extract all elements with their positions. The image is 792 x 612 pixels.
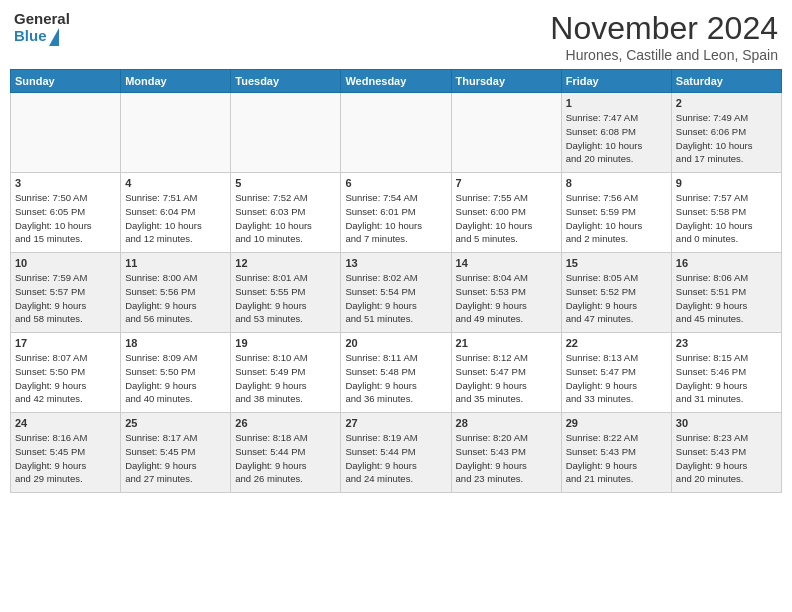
day-info: Sunrise: 8:11 AMSunset: 5:48 PMDaylight:… xyxy=(345,351,446,406)
day-number: 23 xyxy=(676,337,777,349)
day-info: Sunrise: 7:59 AMSunset: 5:57 PMDaylight:… xyxy=(15,271,116,326)
location-title: Hurones, Castille and Leon, Spain xyxy=(550,47,778,63)
calendar-cell: 13Sunrise: 8:02 AMSunset: 5:54 PMDayligh… xyxy=(341,253,451,333)
day-number: 1 xyxy=(566,97,667,109)
calendar-cell: 29Sunrise: 8:22 AMSunset: 5:43 PMDayligh… xyxy=(561,413,671,493)
calendar-cell xyxy=(451,93,561,173)
day-info: Sunrise: 8:09 AMSunset: 5:50 PMDaylight:… xyxy=(125,351,226,406)
day-number: 12 xyxy=(235,257,336,269)
calendar-cell: 26Sunrise: 8:18 AMSunset: 5:44 PMDayligh… xyxy=(231,413,341,493)
day-number: 6 xyxy=(345,177,446,189)
calendar-cell: 5Sunrise: 7:52 AMSunset: 6:03 PMDaylight… xyxy=(231,173,341,253)
calendar-cell: 7Sunrise: 7:55 AMSunset: 6:00 PMDaylight… xyxy=(451,173,561,253)
day-info: Sunrise: 8:10 AMSunset: 5:49 PMDaylight:… xyxy=(235,351,336,406)
day-number: 20 xyxy=(345,337,446,349)
logo-text-blue: Blue xyxy=(14,28,47,45)
calendar-cell: 10Sunrise: 7:59 AMSunset: 5:57 PMDayligh… xyxy=(11,253,121,333)
calendar-header-monday: Monday xyxy=(121,70,231,93)
day-info: Sunrise: 7:55 AMSunset: 6:00 PMDaylight:… xyxy=(456,191,557,246)
day-number: 13 xyxy=(345,257,446,269)
day-info: Sunrise: 7:56 AMSunset: 5:59 PMDaylight:… xyxy=(566,191,667,246)
day-info: Sunrise: 7:49 AMSunset: 6:06 PMDaylight:… xyxy=(676,111,777,166)
day-number: 28 xyxy=(456,417,557,429)
day-info: Sunrise: 7:51 AMSunset: 6:04 PMDaylight:… xyxy=(125,191,226,246)
day-info: Sunrise: 7:54 AMSunset: 6:01 PMDaylight:… xyxy=(345,191,446,246)
day-info: Sunrise: 8:05 AMSunset: 5:52 PMDaylight:… xyxy=(566,271,667,326)
calendar-cell: 9Sunrise: 7:57 AMSunset: 5:58 PMDaylight… xyxy=(671,173,781,253)
day-info: Sunrise: 8:23 AMSunset: 5:43 PMDaylight:… xyxy=(676,431,777,486)
title-block: November 2024 Hurones, Castille and Leon… xyxy=(550,10,778,63)
day-info: Sunrise: 8:00 AMSunset: 5:56 PMDaylight:… xyxy=(125,271,226,326)
calendar-header-tuesday: Tuesday xyxy=(231,70,341,93)
calendar-cell: 24Sunrise: 8:16 AMSunset: 5:45 PMDayligh… xyxy=(11,413,121,493)
calendar-cell: 21Sunrise: 8:12 AMSunset: 5:47 PMDayligh… xyxy=(451,333,561,413)
calendar-header-thursday: Thursday xyxy=(451,70,561,93)
calendar-cell: 2Sunrise: 7:49 AMSunset: 6:06 PMDaylight… xyxy=(671,93,781,173)
day-info: Sunrise: 7:47 AMSunset: 6:08 PMDaylight:… xyxy=(566,111,667,166)
calendar-header-row: SundayMondayTuesdayWednesdayThursdayFrid… xyxy=(11,70,782,93)
calendar-cell xyxy=(231,93,341,173)
calendar-cell: 17Sunrise: 8:07 AMSunset: 5:50 PMDayligh… xyxy=(11,333,121,413)
day-number: 10 xyxy=(15,257,116,269)
day-number: 9 xyxy=(676,177,777,189)
day-number: 25 xyxy=(125,417,226,429)
calendar-cell: 12Sunrise: 8:01 AMSunset: 5:55 PMDayligh… xyxy=(231,253,341,333)
calendar-cell: 19Sunrise: 8:10 AMSunset: 5:49 PMDayligh… xyxy=(231,333,341,413)
calendar-cell: 20Sunrise: 8:11 AMSunset: 5:48 PMDayligh… xyxy=(341,333,451,413)
calendar-header-friday: Friday xyxy=(561,70,671,93)
day-number: 5 xyxy=(235,177,336,189)
day-info: Sunrise: 8:02 AMSunset: 5:54 PMDaylight:… xyxy=(345,271,446,326)
calendar-cell: 23Sunrise: 8:15 AMSunset: 5:46 PMDayligh… xyxy=(671,333,781,413)
day-number: 2 xyxy=(676,97,777,109)
day-info: Sunrise: 8:20 AMSunset: 5:43 PMDaylight:… xyxy=(456,431,557,486)
calendar-cell xyxy=(11,93,121,173)
day-number: 7 xyxy=(456,177,557,189)
day-info: Sunrise: 8:18 AMSunset: 5:44 PMDaylight:… xyxy=(235,431,336,486)
day-number: 14 xyxy=(456,257,557,269)
calendar-cell: 22Sunrise: 8:13 AMSunset: 5:47 PMDayligh… xyxy=(561,333,671,413)
logo-triangle-icon xyxy=(49,28,59,46)
calendar-table: SundayMondayTuesdayWednesdayThursdayFrid… xyxy=(10,69,782,493)
calendar-cell: 4Sunrise: 7:51 AMSunset: 6:04 PMDaylight… xyxy=(121,173,231,253)
calendar-header-saturday: Saturday xyxy=(671,70,781,93)
day-number: 29 xyxy=(566,417,667,429)
calendar-cell xyxy=(341,93,451,173)
day-info: Sunrise: 8:12 AMSunset: 5:47 PMDaylight:… xyxy=(456,351,557,406)
day-number: 22 xyxy=(566,337,667,349)
day-info: Sunrise: 8:19 AMSunset: 5:44 PMDaylight:… xyxy=(345,431,446,486)
day-number: 26 xyxy=(235,417,336,429)
day-number: 27 xyxy=(345,417,446,429)
calendar-cell: 8Sunrise: 7:56 AMSunset: 5:59 PMDaylight… xyxy=(561,173,671,253)
calendar-header-sunday: Sunday xyxy=(11,70,121,93)
day-number: 11 xyxy=(125,257,226,269)
calendar-cell: 3Sunrise: 7:50 AMSunset: 6:05 PMDaylight… xyxy=(11,173,121,253)
calendar-week-row: 17Sunrise: 8:07 AMSunset: 5:50 PMDayligh… xyxy=(11,333,782,413)
calendar-week-row: 1Sunrise: 7:47 AMSunset: 6:08 PMDaylight… xyxy=(11,93,782,173)
day-number: 24 xyxy=(15,417,116,429)
calendar-cell: 14Sunrise: 8:04 AMSunset: 5:53 PMDayligh… xyxy=(451,253,561,333)
day-info: Sunrise: 8:07 AMSunset: 5:50 PMDaylight:… xyxy=(15,351,116,406)
day-number: 16 xyxy=(676,257,777,269)
calendar-cell: 11Sunrise: 8:00 AMSunset: 5:56 PMDayligh… xyxy=(121,253,231,333)
calendar-cell: 1Sunrise: 7:47 AMSunset: 6:08 PMDaylight… xyxy=(561,93,671,173)
calendar-week-row: 3Sunrise: 7:50 AMSunset: 6:05 PMDaylight… xyxy=(11,173,782,253)
calendar-header-wednesday: Wednesday xyxy=(341,70,451,93)
day-info: Sunrise: 8:04 AMSunset: 5:53 PMDaylight:… xyxy=(456,271,557,326)
calendar-week-row: 10Sunrise: 7:59 AMSunset: 5:57 PMDayligh… xyxy=(11,253,782,333)
day-info: Sunrise: 8:01 AMSunset: 5:55 PMDaylight:… xyxy=(235,271,336,326)
calendar-cell: 27Sunrise: 8:19 AMSunset: 5:44 PMDayligh… xyxy=(341,413,451,493)
day-number: 3 xyxy=(15,177,116,189)
day-number: 18 xyxy=(125,337,226,349)
logo-text-general: General xyxy=(14,10,70,27)
day-info: Sunrise: 7:52 AMSunset: 6:03 PMDaylight:… xyxy=(235,191,336,246)
day-info: Sunrise: 7:57 AMSunset: 5:58 PMDaylight:… xyxy=(676,191,777,246)
day-info: Sunrise: 8:16 AMSunset: 5:45 PMDaylight:… xyxy=(15,431,116,486)
calendar-cell: 18Sunrise: 8:09 AMSunset: 5:50 PMDayligh… xyxy=(121,333,231,413)
calendar-cell: 6Sunrise: 7:54 AMSunset: 6:01 PMDaylight… xyxy=(341,173,451,253)
day-number: 4 xyxy=(125,177,226,189)
calendar-cell: 16Sunrise: 8:06 AMSunset: 5:51 PMDayligh… xyxy=(671,253,781,333)
calendar-cell: 28Sunrise: 8:20 AMSunset: 5:43 PMDayligh… xyxy=(451,413,561,493)
day-info: Sunrise: 8:13 AMSunset: 5:47 PMDaylight:… xyxy=(566,351,667,406)
day-number: 21 xyxy=(456,337,557,349)
calendar-cell: 15Sunrise: 8:05 AMSunset: 5:52 PMDayligh… xyxy=(561,253,671,333)
